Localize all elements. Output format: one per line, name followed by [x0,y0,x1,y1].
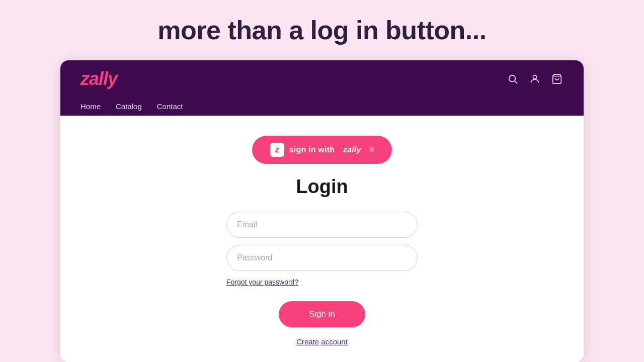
sign-in-text: sign in with zally ® [289,145,374,154]
page-tagline: more than a log in button... [157,15,486,45]
nav-catalog[interactable]: Catalog [116,102,142,111]
forgot-password-link[interactable]: Forgot your password? [226,278,298,286]
search-icon[interactable] [506,72,519,85]
nav-home[interactable]: Home [80,102,101,111]
email-field[interactable] [226,212,418,238]
password-field[interactable] [226,245,418,271]
logo: zally [80,68,117,89]
navbar-icons [506,72,564,85]
sign-in-label: sign in with [289,145,335,154]
svg-point-0 [509,75,516,82]
form-container: Forgot your password? Sign in Create acc… [70,212,574,346]
create-account-link[interactable]: Create account [296,337,348,346]
sign-in-button[interactable]: Sign in [279,301,365,327]
navbar-bottom: Home Catalog Contact [80,102,564,116]
zally-z-icon: z [270,143,284,157]
main-content: z sign in with zally ® Login Forgot your… [60,116,584,362]
svg-line-1 [515,81,517,83]
store-window: zally Home Catalog Contact [60,60,584,362]
login-title: Login [296,176,348,198]
navbar: zally Home Catalog Contact [60,60,584,116]
sign-in-zally-button[interactable]: z sign in with zally ® [252,136,392,164]
svg-point-2 [533,75,536,79]
sign-in-reg: ® [369,146,374,153]
navbar-top: zally [80,68,564,89]
cart-icon[interactable] [550,72,564,85]
sign-in-brand: zally [343,145,361,154]
account-icon[interactable] [528,72,541,85]
page-wrapper: more than a log in button... zally [0,0,644,362]
nav-contact[interactable]: Contact [157,102,183,111]
